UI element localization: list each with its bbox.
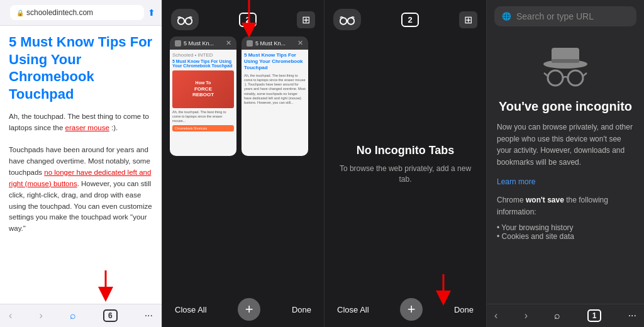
preview-text-2: Ah, the touchpad. The best thing to come… bbox=[244, 74, 306, 105]
svg-point-7 bbox=[548, 70, 563, 86]
tab-preview-2: 5 Must Know Tips For Using Your Chromebo… bbox=[242, 50, 308, 156]
incognito-tabs-panel: 2 ⊞ No Incognito Tabs To browse the web … bbox=[325, 0, 487, 327]
no-incognito-subtitle: To browse the web privately, add a new t… bbox=[337, 164, 474, 185]
url-search-bar[interactable]: 🌐 Search or type URL bbox=[494, 6, 636, 26]
incognito-new-tab-icon[interactable]: ⊞ bbox=[459, 11, 477, 28]
close-all-button[interactable]: Close All bbox=[175, 305, 207, 314]
incognito-info-panel: 🌐 Search or type URL bbox=[487, 0, 644, 327]
tab-title-1: 5 Must Kn... bbox=[184, 40, 223, 47]
incognito-back-button[interactable]: ‹ bbox=[494, 310, 497, 321]
tabs-bottom-bar: Close All + Done bbox=[162, 292, 324, 327]
new-tab-icon[interactable]: ⊞ bbox=[297, 11, 315, 28]
no-incognito-title: No Incognito Tabs bbox=[357, 144, 455, 157]
search-button[interactable]: ⌕ bbox=[70, 310, 76, 321]
incognito-tab-icon[interactable] bbox=[333, 9, 361, 30]
incognito-tab-count[interactable]: 1 bbox=[587, 309, 602, 322]
incognito-close-all-button[interactable]: Close All bbox=[337, 305, 369, 314]
tabs-top-bar: 2 ⊞ bbox=[162, 0, 324, 36]
incognito-done-button[interactable]: Done bbox=[454, 305, 474, 314]
incognito-add-tab-button[interactable]: + bbox=[400, 298, 423, 321]
forward-button[interactable]: › bbox=[39, 310, 42, 321]
tab-card-2[interactable]: 5 Must Kn... ✕ 5 Must Know Tips For Usin… bbox=[242, 36, 308, 156]
incognito-toggle-icon[interactable] bbox=[171, 9, 199, 30]
done-button[interactable]: Done bbox=[292, 305, 311, 314]
lock-icon: 🔒 bbox=[16, 9, 24, 16]
browser-top-bar: 🔒 schooledintech.com ⬆ bbox=[0, 0, 162, 26]
tab-card-header-2: 5 Must Kn... ✕ bbox=[242, 36, 308, 50]
incognito-search-button[interactable]: ⌕ bbox=[554, 310, 560, 321]
url-text: schooledintech.com bbox=[26, 8, 93, 17]
browser-bottom-bar: ‹ › ⌕ 6 ··· bbox=[0, 304, 162, 327]
tab-favicon-2 bbox=[247, 40, 253, 47]
incognito-info-top-bar: 🌐 Search or type URL bbox=[487, 0, 644, 33]
svg-rect-6 bbox=[552, 59, 579, 63]
no-incognito-content: No Incognito Tabs To browse the web priv… bbox=[325, 36, 486, 292]
tab-title-2: 5 Must Kn... bbox=[255, 40, 295, 47]
incognito-list: Your browsing history Cookies and site d… bbox=[497, 223, 634, 241]
article-content: 5 Must Know Tips For Using Your Chromebo… bbox=[0, 26, 162, 304]
incognito-wont-save-text: Chrome won't save the following informat… bbox=[497, 194, 634, 218]
preview-title-1: 5 Must Know Tips For Using Your Chromebo… bbox=[172, 59, 234, 68]
tab-card-1[interactable]: 5 Must Kn... ✕ Schooled • INTED 5 Must K… bbox=[170, 36, 236, 156]
tab-count-normal[interactable]: 2 bbox=[239, 13, 256, 27]
incognito-hat-icon bbox=[497, 45, 634, 92]
incognito-tabs-bottom-bar: Close All + Done bbox=[325, 292, 486, 327]
incognito-description: Now you can browse privately, and other … bbox=[497, 121, 634, 168]
tab-close-button-2[interactable]: ✕ bbox=[297, 40, 303, 47]
eraser-mouse-link[interactable]: eraser mouse bbox=[65, 124, 109, 131]
incognito-list-item-1: Your browsing history bbox=[497, 223, 634, 232]
tab-count-incognito[interactable]: 2 bbox=[401, 13, 418, 27]
tab-close-button-1[interactable]: ✕ bbox=[226, 40, 231, 47]
incognito-bottom-bar: ‹ › ⌕ 1 ··· bbox=[487, 304, 644, 327]
tab-count-badge[interactable]: 6 bbox=[103, 309, 118, 322]
preview-image-1: How To FORCE REBOOT bbox=[172, 70, 234, 108]
learn-more-link[interactable]: Learn more bbox=[497, 177, 535, 186]
tabs-panel: 2 ⊞ 5 Must Kn... ✕ Schooled • INTED 5 Mu… bbox=[162, 0, 325, 327]
tab-card-header-1: 5 Must Kn... ✕ bbox=[170, 36, 236, 50]
tab-preview-1: Schooled • INTED 5 Must Know Tips For Us… bbox=[170, 50, 236, 156]
preview-site-label: Schooled • INTED bbox=[172, 52, 234, 58]
incognito-more-button[interactable]: ··· bbox=[628, 310, 636, 321]
svg-point-2 bbox=[340, 18, 347, 25]
article-body: Ah, the touchpad. The best thing to come… bbox=[9, 111, 153, 235]
more-menu-button[interactable]: ··· bbox=[145, 310, 153, 321]
incognito-forward-button[interactable]: › bbox=[525, 310, 528, 321]
incognito-list-item-2: Cookies and site data bbox=[497, 232, 634, 241]
wont-save-bold: won't save bbox=[526, 196, 564, 204]
incognito-body: You've gone incognito Now you can browse… bbox=[487, 33, 644, 304]
article-title: 5 Must Know Tips For Using Your Chromebo… bbox=[9, 33, 153, 103]
globe-icon: 🌐 bbox=[502, 12, 511, 21]
share-button[interactable]: ⬆ bbox=[148, 8, 155, 18]
preview-text-1: Ah, the touchpad. The best thing to come… bbox=[172, 110, 234, 123]
preview-title-2: 5 Must Know Tips For Using Your Chromebo… bbox=[244, 52, 306, 71]
svg-point-1 bbox=[186, 18, 192, 25]
url-bar[interactable]: 🔒 schooledintech.com bbox=[10, 5, 144, 20]
preview-tag-1: Chromebook Shortcuts bbox=[172, 125, 234, 131]
svg-point-0 bbox=[178, 18, 185, 25]
svg-point-3 bbox=[348, 18, 355, 25]
search-placeholder: Search or type URL bbox=[516, 11, 594, 21]
tab-favicon-1 bbox=[175, 40, 181, 47]
incognito-tabs-top-bar: 2 ⊞ bbox=[325, 0, 486, 36]
browser-panel: 🔒 schooledintech.com ⬆ 5 Must Know Tips … bbox=[0, 0, 162, 327]
no-buttons-link[interactable]: no longer have dedicated left and right … bbox=[9, 169, 151, 187]
tabs-grid: 5 Must Kn... ✕ Schooled • INTED 5 Must K… bbox=[162, 36, 324, 292]
svg-point-8 bbox=[568, 70, 583, 86]
add-tab-button[interactable]: + bbox=[238, 298, 260, 321]
back-button[interactable]: ‹ bbox=[9, 310, 12, 321]
incognito-heading: You've gone incognito bbox=[497, 99, 634, 114]
